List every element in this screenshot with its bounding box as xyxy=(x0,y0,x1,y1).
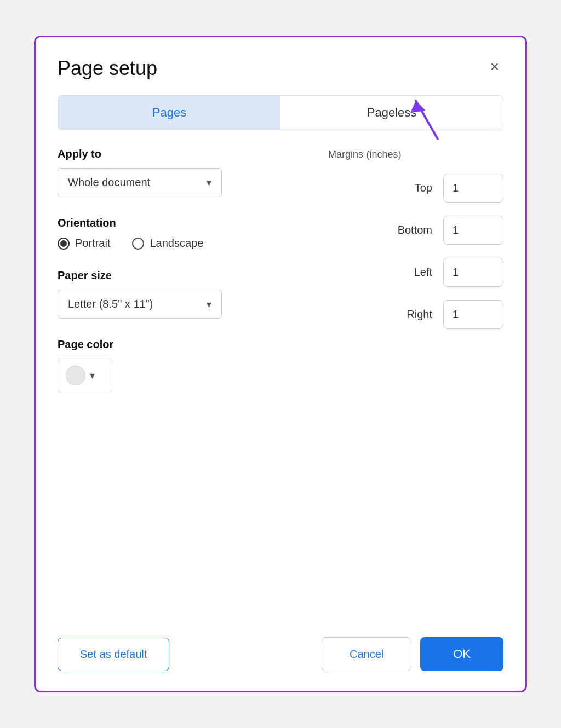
portrait-label: Portrait xyxy=(75,237,110,250)
tab-pages[interactable]: Pages xyxy=(58,96,280,130)
page-color-dropdown[interactable]: ▾ xyxy=(58,359,112,392)
portrait-radio[interactable] xyxy=(58,238,70,250)
landscape-option[interactable]: Landscape xyxy=(132,237,203,250)
right-label: Right xyxy=(394,308,432,321)
landscape-radio[interactable] xyxy=(132,238,144,250)
left-column: Apply to Whole document ▾ Orientation Po… xyxy=(58,148,317,593)
close-button[interactable]: × xyxy=(486,57,503,77)
cancel-button[interactable]: Cancel xyxy=(322,637,411,671)
set-default-button[interactable]: Set as default xyxy=(58,638,169,671)
ok-button[interactable]: OK xyxy=(420,637,503,671)
margin-right-row: Right xyxy=(328,300,503,329)
apply-to-section: Apply to Whole document ▾ xyxy=(58,148,317,197)
right-input[interactable] xyxy=(443,300,503,329)
paper-size-label: Paper size xyxy=(58,269,317,282)
color-swatch xyxy=(66,366,85,385)
margin-left-row: Left xyxy=(328,258,503,287)
left-input[interactable] xyxy=(443,258,503,287)
paper-size-arrow: ▾ xyxy=(207,298,211,310)
tab-pageless[interactable]: Pageless xyxy=(280,96,503,130)
orientation-radio-group: Portrait Landscape xyxy=(58,237,317,250)
top-input[interactable] xyxy=(443,174,503,203)
page-color-section: Page color ▾ xyxy=(58,338,317,392)
apply-to-value: Whole document xyxy=(68,176,150,189)
footer-right-buttons: Cancel OK xyxy=(322,637,503,671)
page-setup-dialog: Page setup × Pages Pageless Apply to xyxy=(34,36,527,692)
color-arrow: ▾ xyxy=(90,369,95,382)
top-label: Top xyxy=(394,182,432,194)
content-area: Apply to Whole document ▾ Orientation Po… xyxy=(58,148,503,593)
page-color-label: Page color xyxy=(58,338,317,351)
tabs-container: Pages Pageless xyxy=(58,95,503,148)
tabs-row: Pages Pageless xyxy=(58,95,503,130)
dialog-footer: Set as default Cancel OK xyxy=(58,626,503,671)
orientation-section: Orientation Portrait Landscape xyxy=(58,217,317,250)
dialog-header: Page setup × xyxy=(58,57,503,80)
right-column: Margins (inches) Top Bottom Left Right xyxy=(317,148,503,593)
margins-section: Margins (inches) Top Bottom Left Right xyxy=(328,148,503,342)
bottom-label: Bottom xyxy=(394,224,432,236)
paper-size-value: Letter (8.5" x 11") xyxy=(68,298,153,310)
paper-size-section: Paper size Letter (8.5" x 11") ▾ xyxy=(58,269,317,319)
apply-to-label: Apply to xyxy=(58,148,317,160)
apply-to-arrow: ▾ xyxy=(207,177,211,189)
landscape-label: Landscape xyxy=(150,237,203,250)
orientation-label: Orientation xyxy=(58,217,317,229)
margins-header: Margins (inches) xyxy=(328,148,503,160)
left-label: Left xyxy=(394,266,432,279)
apply-to-dropdown[interactable]: Whole document ▾ xyxy=(58,168,222,197)
margins-unit: (inches) xyxy=(367,149,402,160)
bottom-input[interactable] xyxy=(443,216,503,245)
dialog-title: Page setup xyxy=(58,57,157,80)
margin-top-row: Top xyxy=(328,174,503,203)
portrait-option[interactable]: Portrait xyxy=(58,237,110,250)
margins-label: Margins xyxy=(328,149,363,160)
paper-size-dropdown[interactable]: Letter (8.5" x 11") ▾ xyxy=(58,290,222,319)
margin-bottom-row: Bottom xyxy=(328,216,503,245)
